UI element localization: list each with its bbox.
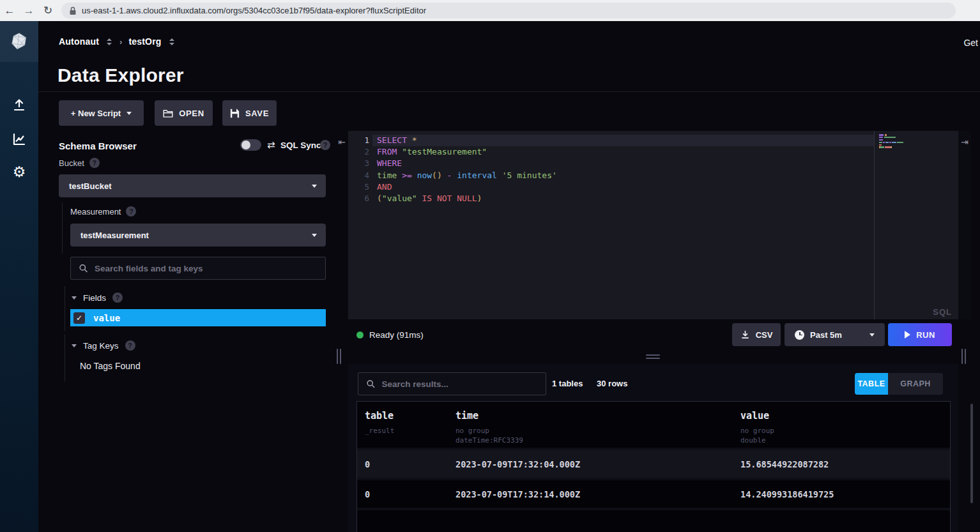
results-table-header: table_resulttimeno groupdateTime:RFC3339…	[357, 402, 950, 448]
tag-keys-section-toggle[interactable]: Tag Keys ?	[72, 340, 135, 351]
org-switcher-carets-icon[interactable]	[107, 38, 112, 45]
code-line[interactable]: ("value" IS NOT NULL)	[377, 193, 874, 204]
rows-count: 30 rows	[597, 379, 627, 388]
line-number: 5	[348, 181, 369, 193]
account-switcher[interactable]: testOrg	[128, 36, 161, 47]
table-cell: 2023-07-09T17:32:04.000Z	[448, 459, 733, 469]
fields-help-icon[interactable]: ?	[112, 293, 123, 303]
schema-search-input[interactable]	[95, 264, 318, 273]
vertical-resize-handle-right[interactable]	[961, 349, 966, 364]
search-icon	[366, 379, 376, 389]
editor-code[interactable]: SELECT *FROM "testMeasurement"WHEREtime …	[377, 135, 874, 204]
account-switcher-carets-icon[interactable]	[169, 38, 174, 45]
line-number: 1	[348, 135, 369, 146]
open-label: OPEN	[179, 109, 204, 118]
breadcrumb-separator: ›	[119, 37, 122, 47]
results-scrollbar[interactable]	[970, 404, 973, 503]
collapse-right-panel-button[interactable]: ⇥	[958, 131, 971, 319]
measurement-help-icon[interactable]: ?	[126, 206, 136, 217]
measurement-dropdown[interactable]: testMeasurement	[70, 224, 326, 247]
browser-reload-icon[interactable]: ↻	[38, 4, 57, 17]
results-search-input[interactable]	[382, 379, 538, 389]
indent-guide	[65, 334, 65, 382]
sql-editor[interactable]: 123456 SELECT *FROM "testMeasurement"WHE…	[348, 131, 958, 319]
sql-sync-arrows-icon: ⇄	[267, 139, 275, 151]
browser-chrome: ← → ↻ us-east-1-1.aws.cloud2.influxdata.…	[0, 0, 980, 21]
editor-language-badge: SQL	[933, 307, 952, 317]
data-explorer-graph-icon[interactable]	[0, 132, 38, 147]
new-script-button[interactable]: + New Script	[59, 100, 144, 126]
browser-address-bar[interactable]: us-east-1-1.aws.cloud2.influxdata.com/or…	[61, 3, 956, 19]
chevron-down-icon	[869, 333, 875, 337]
save-button[interactable]: SAVE	[222, 100, 277, 126]
results-table: table_resulttimeno groupdateTime:RFC3339…	[356, 401, 951, 532]
column-header: timeno groupdateTime:RFC3339	[448, 410, 733, 448]
column-header: valueno groupdouble	[733, 410, 950, 448]
chevron-down-icon	[72, 296, 77, 300]
code-line[interactable]: SELECT *	[377, 135, 874, 146]
time-range-dropdown[interactable]: Past 5m	[785, 323, 885, 346]
bucket-value: testBucket	[69, 181, 111, 191]
line-number: 2	[348, 146, 369, 158]
open-button[interactable]: OPEN	[155, 100, 213, 126]
measurement-value: testMeasurement	[80, 231, 149, 240]
get-credit-link[interactable]: Get	[963, 38, 978, 48]
collapse-left-panel-button[interactable]: ⇤	[335, 137, 348, 147]
collapse-right-icon: ⇥	[961, 137, 969, 319]
horizontal-resize-handle[interactable]	[646, 354, 660, 359]
csv-download-button[interactable]: CSV	[732, 323, 781, 346]
code-line[interactable]: time >= now() - interval '5 minutes'	[377, 170, 874, 181]
table-row: 02023-07-09T17:32:04.000Z15.685449220872…	[357, 450, 950, 478]
chevron-down-icon	[126, 112, 132, 115]
line-number: 3	[348, 158, 369, 169]
code-line[interactable]: WHERE	[377, 158, 874, 169]
status-text: Ready (91ms)	[369, 330, 424, 340]
clock-icon	[795, 330, 804, 340]
vertical-resize-handle-left[interactable]	[337, 349, 341, 364]
save-icon	[230, 109, 240, 118]
checkbox-checked-icon[interactable]: ✓	[73, 312, 85, 324]
run-query-button[interactable]: RUN	[888, 323, 952, 346]
page-title: Data Explorer	[57, 65, 184, 86]
sql-sync-toggle[interactable]	[240, 139, 261, 151]
tab-table[interactable]: TABLE	[855, 373, 888, 395]
bucket-dropdown[interactable]: testBucket	[59, 174, 326, 197]
results-table-body: 02023-07-09T17:32:04.000Z15.685449220872…	[357, 450, 950, 508]
download-icon	[740, 330, 750, 340]
field-item-value[interactable]: ✓ value	[70, 309, 326, 326]
schema-browser-title: Schema Browser	[59, 141, 137, 151]
table-cell: 0	[357, 459, 448, 469]
collapse-left-icon: ⇤	[338, 137, 346, 147]
code-line[interactable]: AND	[377, 181, 874, 193]
browser-back-icon[interactable]: ←	[0, 4, 19, 17]
search-icon	[79, 263, 88, 273]
tab-graph[interactable]: GRAPH	[888, 373, 943, 395]
schema-browser-panel: Schema Browser ⇄ SQL Sync ? Bucket ? tes…	[38, 131, 335, 532]
tag-keys-help-icon[interactable]: ?	[125, 340, 135, 351]
title-divider	[38, 91, 980, 92]
table-cell: 0	[357, 489, 448, 499]
load-data-upload-icon[interactable]	[0, 98, 38, 113]
editor-scrollbar-track[interactable]	[874, 131, 875, 319]
query-status-bar: Ready (91ms) CSV Past 5m RUN	[348, 323, 958, 347]
bucket-help-icon[interactable]: ?	[89, 158, 100, 168]
bucket-label: Bucket	[59, 158, 84, 168]
no-tags-found-text: No Tags Found	[80, 361, 141, 371]
status-ready-dot	[356, 331, 364, 338]
save-label: SAVE	[245, 109, 269, 118]
tag-keys-label: Tag Keys	[83, 341, 119, 351]
sql-sync-help-icon[interactable]: ?	[320, 140, 330, 150]
fields-section-toggle[interactable]: Fields ?	[72, 293, 123, 303]
sql-sync-label: SQL Sync	[280, 141, 321, 150]
table-cell: 2023-07-09T17:32:14.000Z	[448, 489, 733, 499]
app-sidebar: ⚙ ?	[0, 21, 38, 532]
editor-gutter: 123456	[348, 135, 369, 204]
code-line[interactable]: FROM "testMeasurement"	[377, 146, 874, 158]
fields-label: Fields	[83, 293, 106, 303]
browser-forward-icon[interactable]: →	[19, 4, 38, 17]
org-switcher[interactable]: Autonaut	[59, 36, 99, 47]
table-cell: 14.240993186419725	[733, 489, 950, 499]
influxdb-logo[interactable]	[0, 21, 38, 62]
editor-minimap[interactable]	[879, 134, 954, 149]
settings-gear-icon[interactable]: ⚙	[0, 165, 38, 179]
